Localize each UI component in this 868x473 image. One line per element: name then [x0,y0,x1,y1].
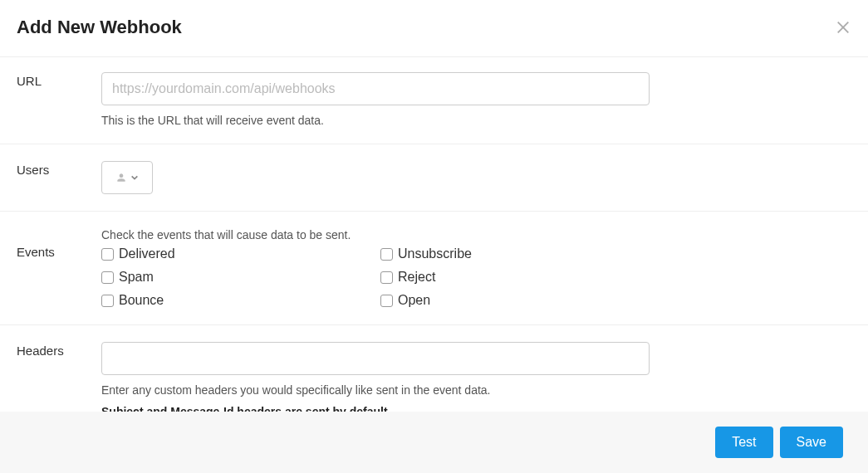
headers-input[interactable] [101,342,650,375]
users-label: Users [17,161,101,194]
users-dropdown[interactable] [101,161,153,194]
checkbox-unsubscribe: Unsubscribe [380,246,660,261]
checkbox-delivered: Delivered [101,246,380,261]
checkbox-input-reject[interactable] [380,271,393,284]
person-icon [115,172,127,183]
close-icon[interactable] [835,19,851,36]
checkbox-reject: Reject [380,270,660,285]
events-instruction: Check the events that will cause data to… [101,228,851,241]
checkbox-input-delivered[interactable] [101,248,114,261]
checkbox-label-bounce[interactable]: Bounce [119,293,164,308]
checkbox-label-open[interactable]: Open [398,293,430,308]
headers-help-text: Enter any custom headers you would speci… [101,383,851,397]
checkbox-open: Open [380,293,660,308]
url-label: URL [17,72,101,127]
checkbox-bounce: Bounce [101,293,380,308]
url-input[interactable] [101,72,650,105]
save-button[interactable]: Save [780,427,843,458]
url-content: This is the URL that will receive event … [101,72,851,127]
users-content [101,161,851,194]
checkbox-spam: Spam [101,270,380,285]
events-label: Events [17,228,101,308]
section-events: Events Check the events that will cause … [0,212,868,325]
checkbox-label-unsubscribe[interactable]: Unsubscribe [398,246,472,261]
checkbox-label-spam[interactable]: Spam [119,270,154,285]
modal-footer: Test Save [0,412,868,473]
checkbox-input-open[interactable] [380,295,393,307]
section-users: Users [0,144,868,212]
checkbox-input-bounce[interactable] [101,295,114,307]
section-url: URL This is the URL that will receive ev… [0,57,868,144]
modal-title: Add New Webhook [17,17,182,38]
events-content: Check the events that will cause data to… [101,228,851,308]
checkbox-input-spam[interactable] [101,271,114,284]
headers-content: Enter any custom headers you would speci… [101,342,851,418]
modal-header: Add New Webhook [0,0,868,57]
headers-label: Headers [17,342,101,418]
test-button[interactable]: Test [715,427,772,458]
url-help-text: This is the URL that will receive event … [101,114,851,127]
events-checkbox-grid: Delivered Unsubscribe Spam Reject Bounce… [101,246,851,308]
checkbox-label-reject[interactable]: Reject [398,270,435,285]
checkbox-input-unsubscribe[interactable] [380,248,393,261]
chevron-down-icon [130,173,139,182]
checkbox-label-delivered[interactable]: Delivered [119,246,175,261]
